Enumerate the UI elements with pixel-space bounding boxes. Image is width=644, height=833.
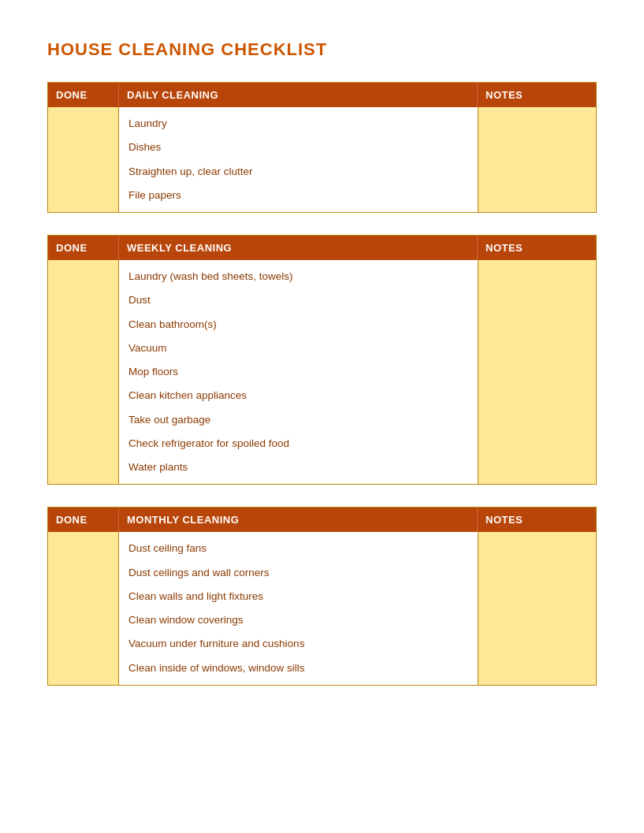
list-item: Mop floors [127, 360, 470, 384]
list-item: Clean inside of windows, window sills [127, 656, 470, 680]
items-col-weekly: Laundry (wash bed sheets, towels)DustCle… [119, 260, 478, 484]
done-col-monthly [48, 532, 119, 685]
header-label-daily: DAILY CLEANING [119, 83, 478, 107]
list-item: Dust [127, 288, 470, 312]
header-notes-monthly: NOTES [478, 508, 596, 532]
items-col-monthly: Dust ceiling fansDust ceilings and wall … [119, 532, 478, 685]
list-item: Clean window coverings [127, 608, 470, 632]
notes-col-daily [478, 107, 596, 212]
header-done-weekly: DONE [48, 236, 119, 260]
list-item: Vacuum under furniture and cushions [127, 632, 470, 656]
list-item: Vacuum [127, 337, 470, 360]
done-col-weekly [48, 260, 119, 484]
list-item: Dishes [127, 136, 470, 159]
list-item: Check refrigerator for spoiled food [127, 432, 470, 456]
list-item: File papers [127, 184, 470, 207]
section-header-weekly: DONEWEEKLY CLEANINGNOTES [48, 236, 596, 260]
section-header-daily: DONEDAILY CLEANINGNOTES [48, 83, 596, 107]
done-col-daily [48, 107, 119, 212]
section-weekly: DONEWEEKLY CLEANINGNOTESLaundry (wash be… [47, 235, 597, 485]
header-notes-daily: NOTES [478, 83, 596, 107]
section-header-monthly: DONEMONTHLY CLEANINGNOTES [48, 508, 596, 532]
header-label-monthly: MONTHLY CLEANING [119, 508, 478, 532]
section-daily: DONEDAILY CLEANINGNOTESLaundryDishesStra… [47, 82, 597, 213]
list-item: Water plants [127, 456, 470, 479]
section-body-weekly: Laundry (wash bed sheets, towels)DustCle… [48, 260, 596, 484]
section-body-monthly: Dust ceiling fansDust ceilings and wall … [48, 532, 596, 685]
header-notes-weekly: NOTES [478, 236, 596, 260]
list-item: Take out garbage [127, 408, 470, 432]
section-body-daily: LaundryDishesStraighten up, clear clutte… [48, 107, 596, 212]
notes-col-monthly [478, 532, 596, 685]
list-item: Clean walls and light fixtures [127, 585, 470, 608]
list-item: Straighten up, clear clutter [127, 160, 470, 184]
notes-col-weekly [478, 260, 596, 484]
list-item: Dust ceiling fans [127, 537, 470, 560]
list-item: Clean bathroom(s) [127, 313, 470, 337]
header-label-weekly: WEEKLY CLEANING [119, 236, 478, 260]
page-title: HOUSE CLEANING CHECKLIST [47, 39, 597, 60]
section-monthly: DONEMONTHLY CLEANINGNOTESDust ceiling fa… [47, 507, 597, 686]
list-item: Dust ceilings and wall corners [127, 561, 470, 585]
list-item: Laundry (wash bed sheets, towels) [127, 265, 470, 288]
items-col-daily: LaundryDishesStraighten up, clear clutte… [119, 107, 478, 212]
header-done-monthly: DONE [48, 508, 119, 532]
header-done-daily: DONE [48, 83, 119, 107]
list-item: Laundry [127, 112, 470, 136]
list-item: Clean kitchen appliances [127, 384, 470, 407]
